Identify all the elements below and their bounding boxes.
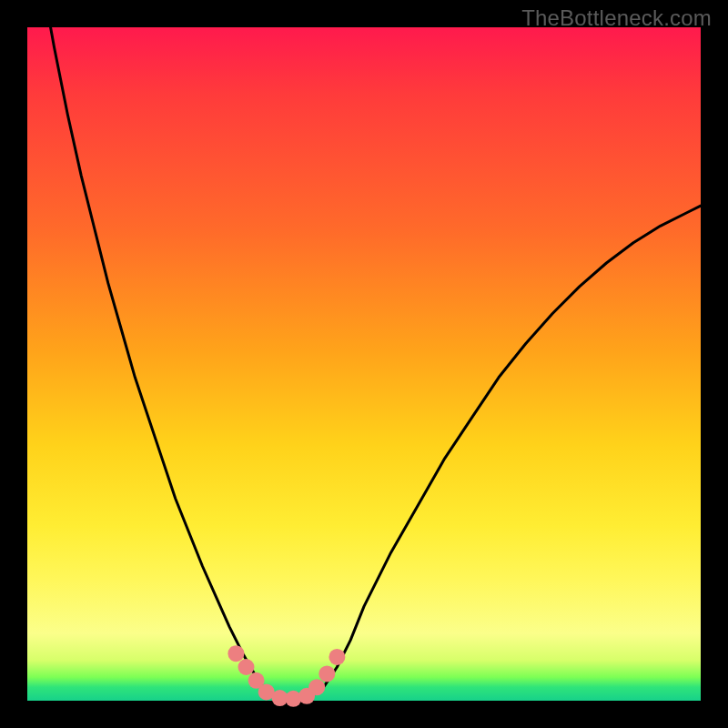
chart-frame: TheBottleneck.com: [0, 0, 728, 728]
curve-markers: [228, 645, 345, 707]
curve-marker: [318, 665, 335, 682]
curve-marker: [329, 649, 345, 665]
curve-marker: [308, 679, 325, 695]
gradient-plot-area: [27, 27, 701, 701]
curve-marker: [238, 659, 255, 675]
curve-marker: [228, 645, 244, 662]
curve-layer: [27, 27, 701, 701]
bottleneck-curve: [27, 0, 701, 701]
curve-marker: [285, 691, 301, 707]
